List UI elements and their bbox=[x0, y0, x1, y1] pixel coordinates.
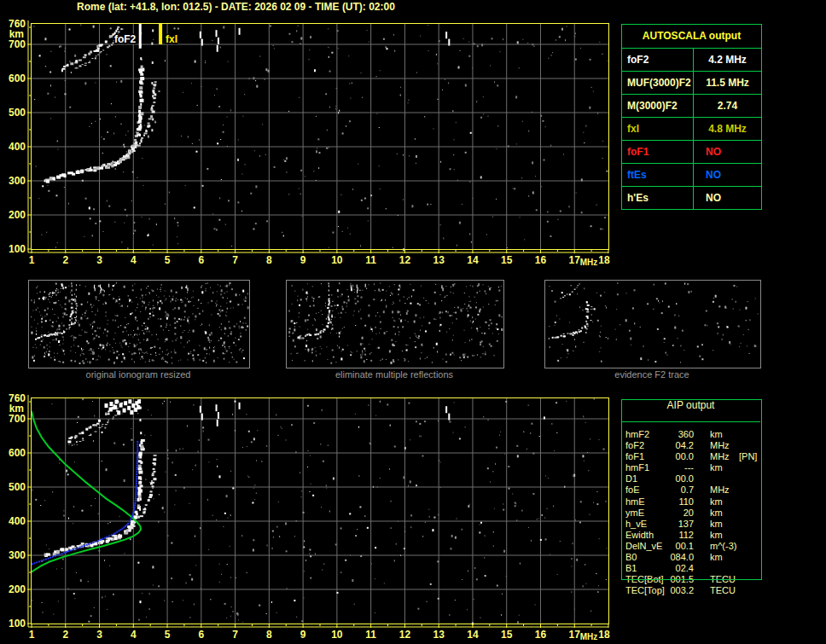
x-tick-label: 6 bbox=[198, 254, 204, 266]
y-tick-label: 400 bbox=[9, 515, 26, 527]
autoscala-param-label: M(3000)F2 bbox=[622, 95, 694, 117]
autoscala-param-value: 2.74 bbox=[694, 95, 761, 117]
aip-unit: km bbox=[710, 519, 723, 530]
aip-unit: m^(-3) bbox=[710, 541, 736, 552]
autoscala-row-MUF(3000)F2: MUF(3000)F211.5 MHz bbox=[622, 72, 761, 95]
autoscala-param-value: NO bbox=[694, 141, 761, 163]
x-axis-unit: MHz bbox=[580, 258, 598, 267]
aip-extra: [PN] bbox=[739, 451, 757, 462]
aip-lbl: D1 bbox=[625, 473, 637, 484]
aip-val: 04.2 bbox=[654, 440, 694, 451]
y-tick-label: 500 bbox=[9, 107, 26, 119]
x-tick-label: 11 bbox=[365, 254, 376, 266]
autoscala-param-label: MUF(3000)F2 bbox=[622, 72, 694, 94]
aip-row-DelN_vE: DelN_vE00.1m^(-3) bbox=[625, 541, 760, 552]
x-tick-label: 2 bbox=[62, 254, 68, 266]
aip-row-h_vE: h_vE137km bbox=[625, 519, 760, 530]
x-tick-label: 1 bbox=[29, 254, 35, 266]
aip-lbl: Ewidth bbox=[625, 530, 654, 541]
y-tick-label: 500 bbox=[9, 481, 26, 493]
aip-val: 02.4 bbox=[654, 563, 694, 574]
aip-lbl: hmE bbox=[625, 496, 645, 508]
autoscala-param-value: NO bbox=[694, 164, 761, 186]
x-tick-label: 9 bbox=[300, 629, 306, 641]
y-tick-label: 100 bbox=[9, 618, 26, 629]
aip-unit: km bbox=[710, 552, 723, 563]
aip-val: 00.0 bbox=[654, 451, 694, 462]
y-tick-label: 300 bbox=[9, 175, 26, 187]
aip-row-B1: B102.4 bbox=[625, 563, 760, 574]
y-tick-label: 600 bbox=[9, 73, 26, 84]
y-tick-label: 200 bbox=[9, 209, 26, 221]
aip-unit: TECU bbox=[710, 574, 736, 585]
aip-lbl: hmF2 bbox=[625, 429, 649, 440]
autoscala-row-ftEs: ftEsNO bbox=[622, 164, 761, 187]
y-tick-label: 300 bbox=[9, 549, 26, 561]
aip-unit: km bbox=[710, 530, 723, 541]
aip-row-foF1: foF100.0MHz[PN] bbox=[625, 451, 760, 462]
aip-row-foE: foE0.7MHz bbox=[625, 484, 760, 496]
x-tick-label: 17 bbox=[569, 254, 581, 266]
aip-unit: MHz bbox=[710, 440, 730, 451]
autoscala-param-value: 11.5 MHz bbox=[694, 72, 761, 94]
x-tick-label: 14 bbox=[467, 254, 479, 266]
aip-val: 20 bbox=[654, 508, 694, 519]
thumb-original-caption: original ionogram resized bbox=[28, 369, 248, 380]
marker-label-fxI: fxI bbox=[166, 33, 177, 45]
aip-val: 001.5 bbox=[654, 574, 694, 585]
autoscala-row-foF1: foF1NO bbox=[622, 141, 761, 164]
autoscala-param-label: foF2 bbox=[622, 49, 694, 71]
x-tick-label: 15 bbox=[501, 629, 513, 641]
autoscala-row-fxI: fxI4.8 MHz bbox=[622, 118, 761, 141]
autoscala-param-value: 4.2 MHz bbox=[694, 49, 761, 71]
x-tick-label: 5 bbox=[165, 254, 171, 266]
y-axis-unit: km bbox=[9, 28, 24, 40]
ionogram-bottom: 123456789101112131415161718MHz7607006005… bbox=[0, 393, 618, 644]
aip-val: 00.0 bbox=[654, 473, 694, 484]
y-tick-label: 600 bbox=[9, 447, 26, 459]
thumb-original bbox=[28, 280, 250, 368]
aip-row-foF2: foF204.2MHz bbox=[625, 440, 760, 451]
aip-lbl: foE bbox=[625, 484, 640, 496]
thumb-eliminate-caption: eliminate multiple reflections bbox=[286, 369, 503, 380]
aip-lbl: foF1 bbox=[625, 451, 644, 462]
x-tick-label: 12 bbox=[399, 254, 411, 266]
aip-row-TEC[Bot]: TEC[Bot]001.5TECU bbox=[625, 574, 760, 585]
aip-table-header: AIP output bbox=[621, 399, 760, 422]
aip-row-Ewidth: Ewidth112km bbox=[625, 530, 760, 541]
x-tick-label: 13 bbox=[433, 629, 445, 641]
aip-row-D1: D100.0 bbox=[625, 473, 760, 484]
autoscala-param-label: fxI bbox=[622, 118, 694, 140]
autoscala-row-M(3000)F2: M(3000)F22.74 bbox=[622, 95, 761, 118]
marker-label-foF2: foF2 bbox=[114, 33, 137, 45]
autoscala-screen: Rome (lat: +41.8, lon: 012.5) - DATE: 20… bbox=[0, 0, 826, 644]
x-tick-label: 3 bbox=[96, 254, 102, 266]
aip-row-hmF1: hmF1---km bbox=[625, 462, 760, 473]
aip-lbl: foF2 bbox=[625, 440, 644, 451]
autoscala-param-label: h'Es bbox=[622, 187, 694, 209]
aip-output-rows: hmF2360kmfoF204.2MHzfoF100.0MHz[PN]hmF1-… bbox=[625, 429, 760, 596]
y-tick-label: 700 bbox=[9, 38, 26, 50]
x-tick-label: 2 bbox=[62, 629, 68, 641]
aip-unit: km bbox=[710, 429, 723, 440]
x-tick-label: 3 bbox=[96, 629, 102, 641]
x-tick-label: 18 bbox=[598, 254, 610, 266]
x-tick-label: 1 bbox=[29, 629, 35, 641]
aip-lbl: B0 bbox=[625, 552, 637, 563]
x-tick-label: 11 bbox=[365, 629, 376, 641]
aip-lbl: ymE bbox=[625, 508, 644, 519]
marker-line-foF2 bbox=[139, 24, 142, 49]
thumb-eliminate bbox=[286, 280, 504, 368]
x-tick-label: 7 bbox=[232, 254, 238, 266]
autoscala-param-value: NO bbox=[694, 187, 761, 209]
x-tick-label: 15 bbox=[501, 254, 513, 266]
x-tick-label: 16 bbox=[535, 629, 547, 641]
aip-row-ymE: ymE20km bbox=[625, 508, 760, 519]
thumb-evidence bbox=[544, 280, 761, 368]
autoscala-table-header: AUTOSCALA output bbox=[622, 25, 761, 49]
aip-val: 084.0 bbox=[654, 552, 694, 563]
y-tick-label: 400 bbox=[9, 141, 26, 153]
aip-lbl: h_vE bbox=[625, 519, 647, 530]
autoscala-param-value: 4.8 MHz bbox=[694, 118, 761, 140]
x-tick-label: 7 bbox=[232, 629, 238, 641]
